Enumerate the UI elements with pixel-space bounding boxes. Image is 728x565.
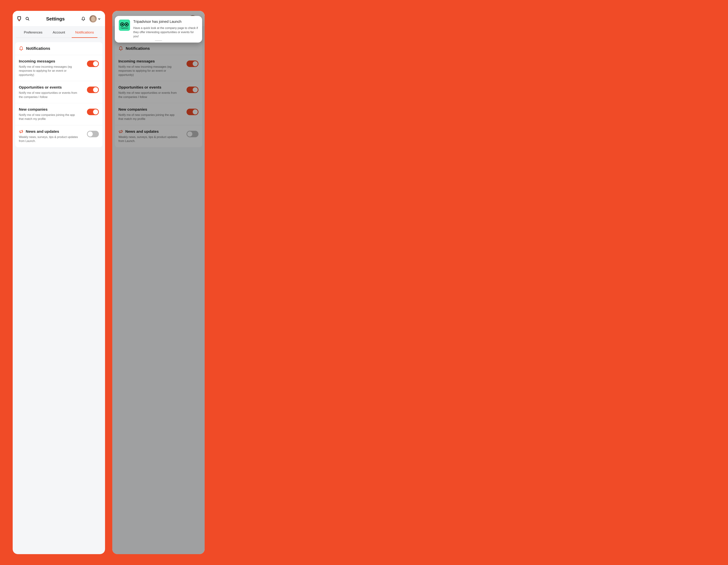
tab-account[interactable]: Account (46, 30, 72, 38)
row-desc: Notify me of new opportunities or events… (118, 91, 178, 99)
toggle-new-companies[interactable] (87, 109, 99, 115)
notification-toast[interactable]: Tripadvisor Tripadvisor has joined Launc… (115, 16, 202, 43)
row-new-companies: New companies Notify me of new companies… (115, 103, 202, 125)
tripadvisor-icon: Tripadvisor (119, 20, 130, 31)
row-title-text: News and updates (125, 129, 159, 134)
toast-drag-handle[interactable] (155, 40, 162, 41)
tab-notifications[interactable]: Notifications (72, 30, 97, 38)
card-header: Notifications (115, 42, 202, 55)
row-title: Incoming messages (118, 59, 184, 63)
megaphone-icon (118, 129, 123, 134)
bell-icon (118, 46, 123, 51)
toast-brand: Tripadvisor (120, 27, 128, 29)
notifications-card: Notifications Incoming messages Notify m… (115, 42, 202, 147)
profile-menu[interactable] (89, 15, 101, 22)
row-desc: Notify me of new companies joining the a… (19, 113, 79, 121)
row-incoming-messages: Incoming messages Notify me of new incom… (115, 55, 202, 81)
row-desc: Notify me of new companies joining the a… (118, 113, 178, 121)
card-title: Notifications (126, 46, 150, 51)
chevron-down-icon (98, 17, 101, 20)
toggle-news-updates[interactable] (187, 131, 198, 137)
page-title: Settings (34, 16, 77, 22)
tab-preferences[interactable]: Preferences (20, 30, 46, 38)
toggle-opportunities[interactable] (87, 87, 99, 93)
toggle-opportunities[interactable] (187, 87, 198, 93)
row-news-updates: News and updates Weekly news, surveys, t… (115, 125, 202, 147)
row-title: News and updates (19, 129, 84, 134)
row-opportunities: Opportunities or events Notify me of new… (15, 81, 102, 103)
row-title: News and updates (118, 129, 184, 134)
app-header: Settings (13, 11, 105, 26)
row-opportunities: Opportunities or events Notify me of new… (115, 81, 202, 103)
bell-icon (19, 46, 24, 51)
toggle-incoming-messages[interactable] (187, 60, 198, 67)
toggle-new-companies[interactable] (187, 109, 198, 115)
toggle-incoming-messages[interactable] (87, 60, 99, 67)
row-title: New companies (118, 107, 184, 112)
card-title: Notifications (26, 46, 50, 51)
tabs: Preferences Account Notifications (16, 26, 102, 38)
row-new-companies: New companies Notify me of new companies… (15, 103, 102, 125)
search-icon[interactable] (25, 16, 30, 21)
toast-desc: Have a quick look at the company page to… (133, 26, 198, 39)
notifications-card: Notifications Incoming messages Notify m… (15, 42, 102, 147)
row-desc: Notify me of new opportunities or events… (19, 91, 79, 99)
phone-settings: Settings Preferences Account Notificatio… (13, 11, 105, 554)
svg-line-1 (28, 19, 29, 20)
row-title-text: News and updates (26, 129, 59, 134)
row-title: New companies (19, 107, 84, 112)
card-header: Notifications (15, 42, 102, 55)
notifications-icon[interactable] (81, 16, 86, 21)
megaphone-icon (19, 129, 23, 134)
row-title: Opportunities or events (118, 85, 184, 89)
svg-point-0 (26, 17, 28, 20)
row-desc: Notify me of new incoming messages (eg r… (118, 65, 178, 77)
phone-settings-with-toast: Settings Preferences Account Notificatio… (112, 11, 205, 554)
avatar (89, 15, 97, 22)
row-desc: Weekly news, surveys, tips & product upd… (118, 135, 178, 143)
row-news-updates: News and updates Weekly news, surveys, t… (15, 125, 102, 147)
row-desc: Weekly news, surveys, tips & product upd… (19, 135, 79, 143)
row-incoming-messages: Incoming messages Notify me of new incom… (15, 55, 102, 81)
app-logo-icon[interactable] (17, 16, 21, 22)
toggle-news-updates[interactable] (87, 131, 99, 137)
row-title: Incoming messages (19, 59, 84, 63)
toast-title: Tripadvisor has joined Launch (133, 20, 198, 24)
row-desc: Notify me of new incoming messages (eg r… (19, 65, 79, 77)
row-title: Opportunities or events (19, 85, 84, 89)
